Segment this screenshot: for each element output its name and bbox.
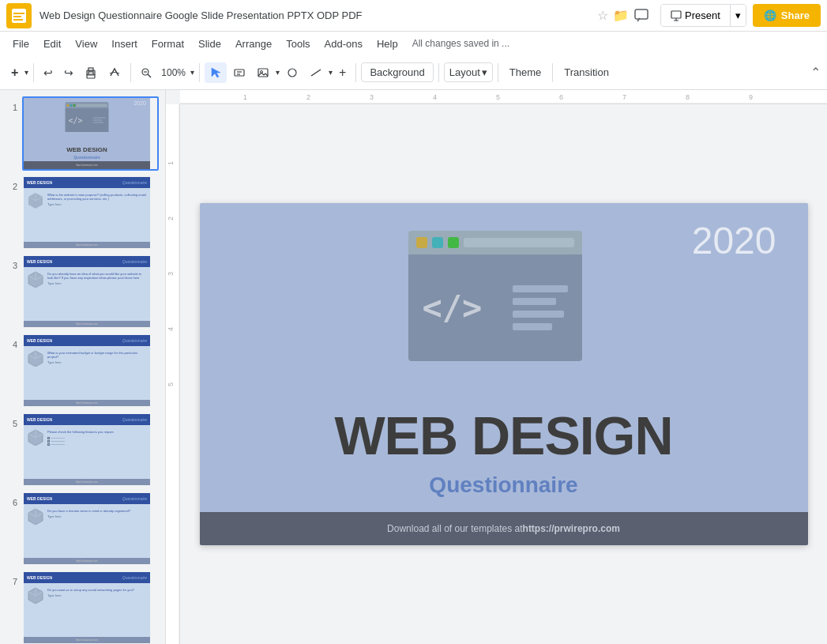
slide-thumbnail-4[interactable]: 4 WEB DESIGN Questionnaire What is your …	[6, 333, 159, 408]
print-button[interactable]	[80, 62, 102, 83]
slide-img-3[interactable]: WEB DESIGN Questionnaire Do you already …	[22, 254, 159, 329]
text-box-tool[interactable]	[228, 62, 250, 83]
document-title: Web Design Questionnaire Google Slide Pr…	[39, 9, 597, 21]
menu-insert[interactable]: Insert	[105, 35, 144, 53]
menu-addons[interactable]: Add-ons	[318, 35, 369, 53]
image-dropdown[interactable]: ▾	[276, 68, 280, 77]
menu-tools[interactable]: Tools	[280, 35, 316, 53]
new-dropdown-arrow[interactable]: ▾	[24, 68, 28, 77]
svg-text:3: 3	[167, 272, 175, 276]
main-slide[interactable]: 2020 </>	[200, 203, 808, 545]
share-button[interactable]: 🌐 Share	[753, 4, 821, 27]
slide-footer-text: Download all of our templates at	[387, 523, 522, 534]
menu-slide[interactable]: Slide	[192, 35, 227, 53]
menu-help[interactable]: Help	[370, 35, 404, 53]
redo-button[interactable]: ↪	[59, 62, 78, 83]
mini-slide-subtitle: Questionnaire	[24, 155, 150, 160]
cursor-tool[interactable]	[205, 62, 227, 83]
code-symbol: </>	[423, 292, 483, 325]
slide-img-1[interactable]: 2020 </>	[22, 96, 159, 171]
svg-text:4: 4	[167, 327, 175, 331]
mini-line-1	[93, 117, 106, 119]
transition-button[interactable]: Transition	[558, 63, 615, 81]
slide-footer-link: https://prwirepro.com	[523, 523, 620, 534]
canvas-area[interactable]: 2020 </>	[180, 104, 827, 644]
browser-icon: </>	[408, 231, 582, 361]
undo-button[interactable]: ↩	[39, 62, 58, 83]
slide-thumbnail-1[interactable]: 1 2020 </>	[6, 96, 159, 171]
comment-button[interactable]	[629, 3, 654, 28]
menu-view[interactable]: View	[69, 35, 103, 53]
image-tool[interactable]	[252, 62, 274, 83]
browser-dot-green	[448, 237, 459, 248]
line-dropdown[interactable]: ▾	[329, 68, 333, 77]
divider-3	[199, 63, 200, 82]
browser-dot-orange	[416, 237, 427, 248]
saved-status: All changes saved in ...	[412, 38, 509, 49]
slide-thumbnail-2[interactable]: 2 WEB DESIGN Questionnaire What is the w…	[6, 175, 159, 250]
mini-browser-body: </>	[66, 108, 109, 132]
menu-format[interactable]: Format	[145, 35, 190, 53]
zoom-dropdown[interactable]: ▾	[190, 68, 194, 77]
slide-thumbnail-5[interactable]: 5 WEB DESIGN Questionnaire Please check …	[6, 412, 159, 487]
svg-text:5: 5	[496, 93, 500, 101]
mini-year: 2020	[133, 100, 146, 106]
toolbar: + ▾ ↩ ↪ 100% ▾ ▾ ▾ + Background Layout ▾…	[0, 55, 827, 90]
svg-text:3: 3	[370, 93, 374, 101]
menu-file[interactable]: File	[6, 35, 36, 53]
line-tool[interactable]	[305, 62, 327, 83]
new-button[interactable]: +	[6, 62, 23, 84]
slide-panel: 1 2020 </>	[0, 90, 166, 644]
slide-num-2: 2	[6, 175, 17, 191]
slide-thumbnail-3[interactable]: 3 WEB DESIGN Questionnaire Do you alread…	[6, 254, 159, 329]
folder-icon[interactable]: 📁	[613, 8, 629, 23]
zoom-value[interactable]: 100%	[158, 67, 189, 78]
slide-thumbnail-6[interactable]: 6 WEB DESIGN Questionnaire Do you have a…	[6, 491, 159, 566]
svg-text:4: 4	[433, 93, 437, 101]
divider-1	[33, 63, 34, 82]
present-dropdown-button[interactable]: ▾	[730, 5, 746, 26]
svg-text:1: 1	[243, 93, 247, 101]
browser-dot-cyan	[432, 237, 443, 248]
svg-rect-1	[13, 13, 24, 14]
star-icon[interactable]: ☆	[597, 8, 608, 23]
code-line-1	[513, 285, 568, 292]
app-icon	[6, 3, 32, 28]
svg-text:8: 8	[686, 93, 690, 101]
svg-rect-3	[13, 19, 23, 21]
slide-num-7: 7	[6, 571, 17, 586]
mini-browser-top	[66, 102, 109, 108]
canvas-container: 1 2 3 4 5 6 7 8 9 1 2 3 4 5	[166, 90, 827, 644]
slide-thumbnail-7[interactable]: 7 WEB DESIGN Questionnaire Do you want u…	[6, 571, 159, 644]
zoom-out-button[interactable]	[136, 63, 156, 82]
svg-rect-14	[235, 70, 244, 76]
share-label: Share	[781, 9, 810, 21]
shape-tool[interactable]	[281, 62, 303, 83]
add-tool[interactable]: +	[334, 62, 351, 84]
slide-img-7[interactable]: WEB DESIGN Questionnaire Do you want us …	[22, 571, 159, 644]
menu-arrange[interactable]: Arrange	[229, 35, 278, 53]
present-button[interactable]: Present	[661, 5, 730, 26]
svg-text:2: 2	[167, 217, 175, 220]
paint-format-button[interactable]	[103, 62, 126, 83]
slide-img-4[interactable]: WEB DESIGN Questionnaire What is your es…	[22, 333, 159, 408]
svg-text:1: 1	[167, 161, 175, 165]
slide-footer: Download all of our templates at https:/…	[200, 512, 808, 545]
browser-top	[408, 231, 582, 254]
slide-img-6[interactable]: WEB DESIGN Questionnaire Do you have a d…	[22, 491, 159, 566]
menu-edit[interactable]: Edit	[37, 35, 67, 53]
ruler-vertical: 1 2 3 4 5	[166, 104, 180, 644]
slide-num-6: 6	[6, 491, 17, 507]
slide-img-2[interactable]: WEB DESIGN Questionnaire What is the web…	[22, 175, 159, 250]
present-button-group: Present ▾	[660, 4, 746, 27]
header-actions: Present ▾ 🌐 Share	[629, 3, 821, 28]
background-button[interactable]: Background	[361, 62, 433, 82]
toolbar-collapse-button[interactable]: ⌃	[810, 65, 821, 80]
ruler-and-canvas: 1 2 3 4 5 2020	[166, 104, 827, 644]
layout-button[interactable]: Layout ▾	[444, 62, 493, 82]
svg-rect-2	[13, 16, 21, 17]
divider-6	[498, 63, 498, 82]
theme-button[interactable]: Theme	[503, 63, 547, 81]
svg-text:5: 5	[167, 382, 175, 386]
slide-img-5[interactable]: WEB DESIGN Questionnaire Please check th…	[22, 412, 159, 487]
